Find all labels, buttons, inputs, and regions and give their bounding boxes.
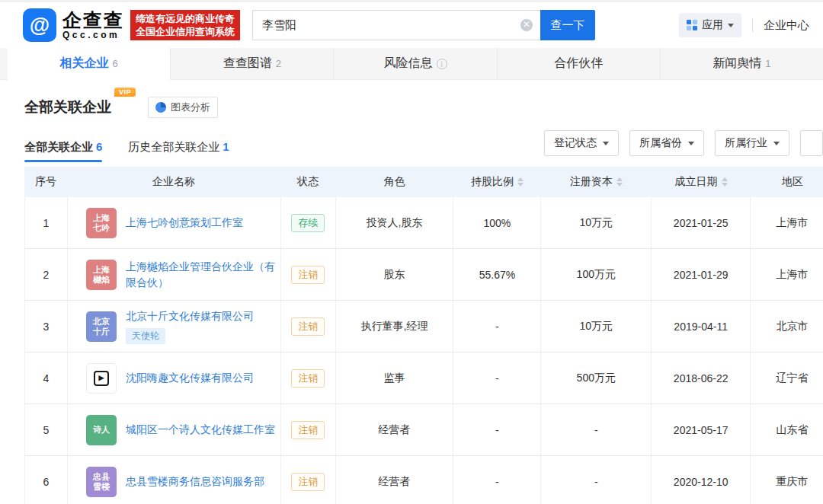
cell-company: 忠县雪楼 忠县雪楼商务信息咨询服务部 xyxy=(68,456,281,504)
subtab-all-companies[interactable]: 全部关联企业6 xyxy=(24,140,102,162)
tab-label: 新闻舆情 xyxy=(713,56,761,72)
table-row: 2 上海樾焰 上海樾焰企业管理合伙企业（有限合伙） 注销 股东 55.67% 1… xyxy=(24,249,823,301)
registered-capital-text: 100万元 xyxy=(577,268,616,282)
cell-index: 3 xyxy=(25,301,68,352)
apps-button-label: 应用 xyxy=(702,18,723,32)
tab-news[interactable]: 新闻舆情1 xyxy=(660,48,823,79)
column-header-label: 持股比例 xyxy=(471,175,514,189)
cell-region: 山东省 xyxy=(751,404,823,455)
region-text: 上海市 xyxy=(777,268,809,282)
column-header-share-ratio[interactable]: 持股比例 xyxy=(453,167,541,197)
company-name-link[interactable]: 上海七吟创意策划工作室 xyxy=(126,215,243,231)
registered-capital-text: 10万元 xyxy=(580,216,613,230)
filter-registration-status[interactable]: 登记状态 xyxy=(544,130,619,156)
play-logo-icon: ▶ xyxy=(94,371,109,386)
cell-role: 投资人,股东 xyxy=(336,197,454,248)
header-right: 应用 企业中心 xyxy=(679,13,809,37)
tab-related-companies[interactable]: 相关企业6 xyxy=(8,48,170,80)
filter-partial-cutoff[interactable] xyxy=(800,130,823,156)
share-ratio-text: - xyxy=(495,372,499,384)
company-name-link[interactable]: 城阳区一个诗人文化传媒工作室 xyxy=(126,422,275,438)
company-avatar: ▶ xyxy=(86,363,117,394)
search-input[interactable] xyxy=(252,10,540,40)
cell-founded-date: 2019-04-11 xyxy=(652,301,751,352)
column-header-founded-date[interactable]: 成立日期 xyxy=(652,167,751,197)
cell-company: ▶ 沈阳嗨趣文化传媒有限公司 xyxy=(68,352,281,404)
company-name-link[interactable]: 沈阳嗨趣文化传媒有限公司 xyxy=(126,370,254,386)
role-text: 经营者 xyxy=(379,423,411,437)
sort-icon[interactable] xyxy=(616,177,623,187)
column-header-label: 状态 xyxy=(297,175,319,189)
tab-risk-info[interactable]: 风险信息i xyxy=(333,48,496,79)
company-name-link[interactable]: 上海樾焰企业管理合伙企业（有限合伙） xyxy=(126,259,276,291)
filter-province[interactable]: 所属省份 xyxy=(629,130,704,156)
cell-region: 上海市 xyxy=(751,197,823,248)
row-index: 6 xyxy=(43,476,50,488)
column-header-label: 企业名称 xyxy=(152,175,195,189)
cell-role: 经营者 xyxy=(336,404,454,455)
cell-founded-date: 2018-06-22 xyxy=(652,352,751,404)
company-avatar: 诗人 xyxy=(86,415,117,445)
tab-partners[interactable]: 合作伙伴 xyxy=(497,48,660,79)
avatar-text-line: 十斤 xyxy=(93,327,110,337)
subtab-label: 全部关联企业 xyxy=(24,140,93,153)
cell-status: 注销 xyxy=(281,456,336,504)
sort-icon[interactable] xyxy=(517,177,524,187)
cell-region: 北京市 xyxy=(751,301,823,352)
company-name-link[interactable]: 忠县雪楼商务信息咨询服务部 xyxy=(126,474,264,490)
brand-text: 企查查 Qcc.com xyxy=(62,10,124,40)
sort-icon[interactable] xyxy=(722,177,728,187)
qcc-logo[interactable]: @ 企查查 Qcc.com 缔造有远见的商业传奇 全国企业信用查询系统 xyxy=(23,8,240,42)
role-text: 监事 xyxy=(384,372,405,385)
column-header-label: 地区 xyxy=(782,175,803,189)
cell-status: 存续 xyxy=(281,197,336,248)
column-header-company-name: 企业名称 xyxy=(67,167,280,197)
cell-role: 经营者 xyxy=(336,456,454,504)
role-text: 投资人,股东 xyxy=(367,216,423,230)
table-row: 3 北京十斤 北京十斤文化传媒有限公司 天使轮 注销 执行董事,经理 - 10万… xyxy=(24,301,823,352)
tab-count-badge: 2 xyxy=(276,58,281,69)
cell-company: 上海樾焰 上海樾焰企业管理合伙企业（有限合伙） xyxy=(68,249,281,300)
chevron-down-icon xyxy=(728,24,734,27)
chart-analysis-button[interactable]: 图表分析 xyxy=(148,97,218,118)
search-bar: ✕ 查一下 xyxy=(252,10,595,40)
column-header-registered-capital[interactable]: 注册资本 xyxy=(541,167,652,197)
cell-index: 6 xyxy=(25,456,68,504)
clear-search-icon[interactable]: ✕ xyxy=(520,19,533,31)
subtab-history-companies[interactable]: 历史全部关联企业1 xyxy=(128,140,229,162)
row-index: 3 xyxy=(43,321,50,333)
tab-graph[interactable]: 查查图谱2 xyxy=(170,48,333,79)
search-button[interactable]: 查一下 xyxy=(540,10,595,40)
status-badge: 注销 xyxy=(291,421,325,439)
registered-capital-text: 500万元 xyxy=(577,372,616,385)
filter-industry[interactable]: 所属行业 xyxy=(715,130,789,156)
company-name-block: 上海七吟创意策划工作室 xyxy=(126,215,243,231)
qcc-logo-icon[interactable]: @ xyxy=(23,8,56,42)
column-header-status: 状态 xyxy=(280,167,335,197)
column-header-role: 角色 xyxy=(335,167,453,197)
company-name-block: 城阳区一个诗人文化传媒工作室 xyxy=(126,422,275,438)
subtab-label: 历史全部关联企业 xyxy=(128,140,219,153)
status-badge: 注销 xyxy=(291,266,325,284)
company-name-link[interactable]: 北京十斤文化传媒有限公司 xyxy=(126,308,254,324)
table-header-row: 序号企业名称状态角色持股比例注册资本成立日期地区 xyxy=(24,167,823,197)
vip-badge: VIP xyxy=(114,88,136,97)
table-row: 6 忠县雪楼 忠县雪楼商务信息咨询服务部 注销 经营者 - - 2020-12-… xyxy=(24,456,823,504)
role-text: 执行董事,经理 xyxy=(361,320,428,333)
enterprise-center-link[interactable]: 企业中心 xyxy=(764,18,809,33)
apps-grid-icon xyxy=(687,20,697,30)
filter-label: 登记状态 xyxy=(554,136,597,150)
cell-registered-capital: 10万元 xyxy=(541,301,652,352)
filter-label: 所属省份 xyxy=(639,136,682,150)
share-ratio-text: - xyxy=(495,321,499,333)
company-avatar: 北京十斤 xyxy=(86,311,117,342)
apps-button[interactable]: 应用 xyxy=(679,13,741,37)
cell-status: 注销 xyxy=(281,404,336,455)
row-index: 2 xyxy=(43,269,50,281)
avatar-text-line: 上海 xyxy=(93,265,110,275)
cell-role: 执行董事,经理 xyxy=(336,301,454,352)
role-text: 经营者 xyxy=(379,475,411,489)
region-text: 山东省 xyxy=(777,423,809,437)
company-name-block: 忠县雪楼商务信息咨询服务部 xyxy=(126,474,264,490)
status-badge: 存续 xyxy=(291,214,325,232)
